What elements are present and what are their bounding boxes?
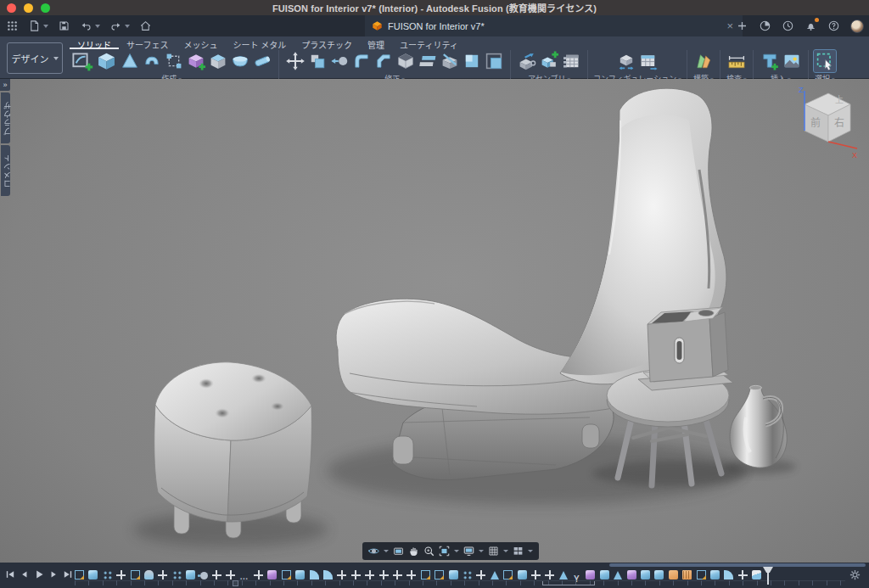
chevron-down-icon[interactable] (454, 550, 459, 552)
undo-button[interactable] (80, 20, 100, 32)
timeline-feature-pattern[interactable] (103, 570, 112, 580)
configuration-button[interactable] (615, 50, 637, 72)
tab-sheet-metal[interactable]: シート メタル (225, 36, 294, 49)
timeline-settings-button[interactable] (849, 568, 861, 581)
timeline-feature-move[interactable] (738, 570, 748, 580)
look-at-button[interactable] (391, 545, 406, 557)
shell-button[interactable] (395, 50, 417, 72)
press-pull-button[interactable] (417, 50, 439, 72)
timeline-feature-form[interactable] (627, 570, 636, 580)
timeline-feature-cube[interactable] (752, 570, 761, 580)
workspace-selector[interactable]: デザイン (7, 42, 63, 74)
timeline-feature-revolve[interactable] (491, 571, 499, 580)
timeline-feature-sketch[interactable] (75, 570, 84, 580)
configuration-table-button[interactable] (637, 50, 659, 72)
timeline-feature-pattern[interactable] (463, 570, 472, 580)
tab-plastic[interactable]: プラスチック (294, 36, 360, 49)
timeline-feature-extrude[interactable] (186, 570, 195, 580)
timeline-feature-sketch[interactable] (434, 570, 444, 580)
step-back-button[interactable] (19, 568, 31, 580)
app-menu-button[interactable] (6, 20, 19, 32)
timeline-feature-extrude[interactable] (449, 570, 458, 580)
timeline-feature-fillet[interactable] (323, 570, 333, 580)
timeline-feature-move[interactable] (393, 570, 402, 580)
timeline-feature-move[interactable] (476, 570, 485, 580)
timeline-feature-move[interactable] (365, 570, 374, 580)
help-button[interactable] (827, 20, 840, 32)
user-avatar[interactable] (850, 20, 864, 33)
chevron-down-icon[interactable] (384, 550, 389, 552)
timeline-feature-form[interactable] (267, 570, 277, 580)
timeline-feature-sweep[interactable] (144, 570, 154, 580)
notifications-button[interactable] (805, 20, 817, 32)
timeline-feature-extrude[interactable] (710, 570, 720, 580)
construction-plane-button[interactable] (692, 50, 715, 72)
timeline-feature-move[interactable] (351, 570, 361, 580)
new-component-button[interactable] (538, 50, 560, 72)
close-tab-button[interactable]: × (724, 20, 736, 31)
timeline-feature-extrude[interactable] (641, 570, 650, 580)
timeline-scrollbar[interactable] (609, 563, 866, 567)
timeline-feature-pattern[interactable] (172, 570, 182, 580)
fit-button[interactable] (437, 545, 451, 557)
tab-surface[interactable]: サーフェス (119, 36, 176, 49)
fillet-button[interactable] (350, 50, 373, 72)
timeline-feature-fillet[interactable] (724, 570, 733, 580)
timeline-feature-orange[interactable] (669, 570, 678, 580)
timeline-feature-extrude[interactable] (654, 570, 664, 580)
extrude-button[interactable] (94, 48, 119, 73)
timeline-feature-extrude[interactable] (518, 570, 527, 580)
extensions-button[interactable] (759, 20, 771, 32)
timeline-playhead[interactable] (763, 567, 773, 585)
tab-manage[interactable]: 管理 (360, 36, 392, 49)
tab-solid[interactable]: ソリッド (70, 36, 119, 49)
timeline-feature-move[interactable] (531, 570, 541, 580)
timeline-feature-sketch[interactable] (503, 570, 513, 580)
timeline-feature-form[interactable] (586, 570, 595, 580)
redo-button[interactable] (109, 20, 130, 32)
measure-button[interactable] (726, 50, 748, 72)
grid-display-button[interactable] (486, 545, 501, 557)
panel-tab-browser[interactable]: ブラウザ (1, 92, 10, 143)
timeline-feature-fillet[interactable] (310, 570, 319, 580)
tufted-ottoman[interactable] (154, 362, 312, 538)
bom-button[interactable] (560, 50, 582, 72)
timeline-feature-offset[interactable] (200, 572, 208, 580)
play-button[interactable] (33, 568, 45, 580)
storage-box[interactable] (638, 307, 733, 390)
chamfer-button[interactable] (373, 50, 395, 72)
select-button[interactable] (814, 50, 836, 72)
timeline-feature-ellipsis[interactable] (240, 570, 249, 580)
timeline-feature-move[interactable] (226, 570, 235, 580)
viewcube[interactable]: 上 前 右 Z X (794, 84, 859, 159)
timeline-feature-move[interactable] (212, 570, 221, 580)
split-body-button[interactable] (439, 50, 461, 72)
create-sketch-button[interactable] (70, 48, 94, 73)
move-button[interactable] (284, 50, 306, 72)
vase[interactable] (730, 385, 787, 468)
display-settings-button[interactable] (462, 545, 476, 557)
timeline-feature-revolve[interactable] (559, 571, 568, 580)
timeline-group-marker[interactable] (233, 580, 238, 586)
skip-to-start-button[interactable] (4, 568, 16, 580)
timeline-feature-sketch[interactable] (421, 570, 430, 580)
timeline-feature-move[interactable] (379, 570, 389, 580)
timeline-feature-move[interactable] (158, 570, 167, 580)
timeline-feature-move[interactable] (337, 570, 346, 580)
timeline-feature-extrude[interactable] (600, 570, 609, 580)
sweep-button[interactable] (141, 50, 163, 72)
step-forward-button[interactable] (48, 568, 59, 580)
timeline-feature-mirror[interactable] (572, 570, 581, 580)
orbit-button[interactable] (367, 545, 381, 557)
job-status-button[interactable] (782, 20, 794, 32)
timeline-feature-move[interactable] (116, 570, 126, 580)
create-form-button[interactable] (185, 50, 207, 72)
viewport-canvas[interactable]: » ブラウザ コメント 上 前 右 Z X (0, 79, 869, 588)
add-tab-button[interactable] (736, 20, 748, 32)
loft-button[interactable] (163, 50, 185, 72)
skip-to-end-button[interactable] (62, 568, 74, 580)
chevron-down-icon[interactable] (479, 550, 484, 552)
timeline-feature-sketch[interactable] (697, 570, 706, 580)
home-button[interactable] (139, 20, 152, 32)
close-window-button[interactable] (7, 3, 16, 13)
